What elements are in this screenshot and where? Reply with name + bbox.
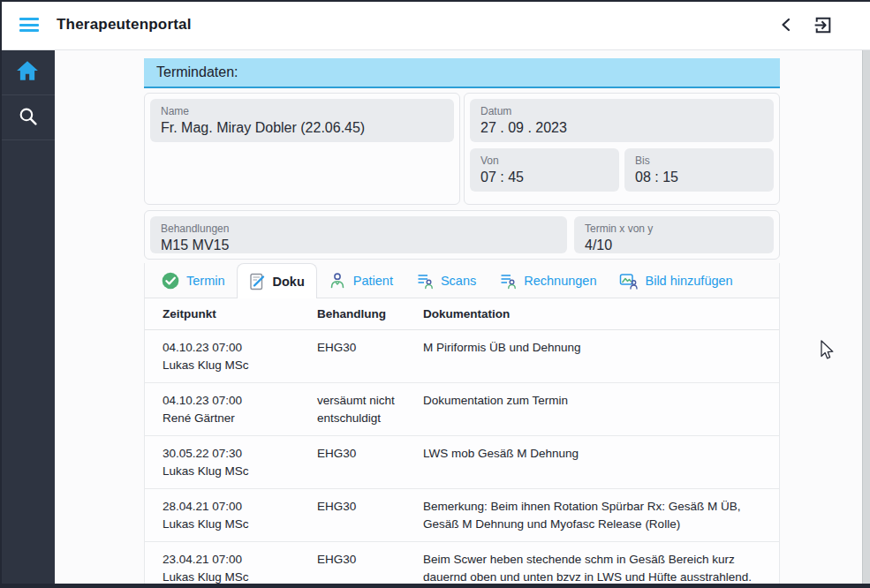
document-person-icon — [499, 272, 517, 290]
table-row[interactable]: 30.05.22 07:30Lukas Klug MSc EHG30 LWS m… — [145, 436, 779, 489]
sidebar — [0, 50, 55, 584]
termindaten-header: Termindaten: — [144, 58, 780, 88]
tab-bar: Termin Doku Patient Scans — [144, 263, 780, 298]
table-row[interactable]: 04.10.23 07:00Lukas Klug MSc EHG30 M Pir… — [145, 330, 779, 383]
row-person: René Gärtner — [163, 410, 317, 427]
column-header-dokumentation: Dokumentation — [423, 298, 779, 330]
check-circle-icon — [162, 272, 179, 290]
tab-label: Rechnungen — [524, 274, 596, 288]
document-edit-icon — [249, 273, 266, 290]
name-field[interactable]: Name Fr. Mag. Miray Dobler (22.06.45) — [150, 99, 454, 142]
tab-label: Scans — [441, 274, 476, 288]
row-zeitpunkt: 28.04.21 07:00 — [163, 498, 317, 516]
behandlung-box: Behandlungen M15 MV15 Termin x von y 4/1… — [144, 210, 780, 260]
behandlungen-value: M15 MV15 — [161, 237, 556, 254]
row-behandlung: versäumt nicht entschuldigt — [317, 383, 423, 436]
row-dokumentation: LWS mob Gesäß M Dehnung — [423, 436, 779, 489]
tab-bild-hinzufuegen[interactable]: Bild hinzufügen — [608, 263, 744, 298]
row-zeitpunkt: 23.04.21 07:00 — [163, 551, 317, 569]
row-zeitpunkt: 30.05.22 07:30 — [163, 445, 317, 463]
name-value: Fr. Mag. Miray Dobler (22.06.45) — [161, 119, 443, 137]
bis-value: 08 : 15 — [635, 169, 763, 186]
name-label: Name — [161, 105, 443, 117]
row-dokumentation: Bemerkung: Beim ihnen Rotation Spürbar R… — [423, 489, 779, 542]
termin-x-von-y-label: Termin x von y — [585, 222, 763, 235]
doku-table-panel: Zeitpunkt Behandlung Dokumentation 04.10… — [144, 298, 780, 584]
tab-patient[interactable]: Patient — [317, 263, 405, 298]
row-person: Lukas Klug MSc — [163, 516, 317, 533]
datum-value: 27 . 09 . 2023 — [480, 119, 763, 137]
doku-table: Zeitpunkt Behandlung Dokumentation 04.10… — [145, 298, 779, 584]
table-row[interactable]: 04.10.23 07:00René Gärtner versäumt nich… — [145, 383, 779, 436]
row-person: Lukas Klug MSc — [163, 569, 317, 584]
date-time-box: Datum 27 . 09 . 2023 Von 07 : 45 Bis 08 … — [464, 93, 780, 205]
window-frame-left — [0, 0, 2, 588]
logout-icon[interactable] — [813, 15, 833, 35]
tab-termin[interactable]: Termin — [150, 263, 237, 298]
image-person-icon — [619, 272, 638, 290]
termin-x-von-y-field[interactable]: Termin x von y 4/10 — [574, 216, 774, 253]
tab-label: Doku — [273, 275, 305, 289]
row-zeitpunkt: 04.10.23 07:00 — [163, 339, 317, 357]
column-header-zeitpunkt: Zeitpunkt — [145, 298, 317, 330]
bis-field[interactable]: Bis 08 : 15 — [624, 148, 774, 192]
row-behandlung: EHG30 — [317, 436, 423, 489]
bis-label: Bis — [635, 155, 763, 167]
window-frame-top — [0, 0, 870, 2]
table-row[interactable]: 28.04.21 07:00Lukas Klug MSc EHG30 Bemer… — [145, 489, 779, 542]
tab-label: Bild hinzufügen — [645, 274, 732, 288]
row-behandlung: EHG30 — [317, 489, 423, 542]
row-dokumentation: Dokumentation zum Termin — [423, 383, 779, 436]
row-zeitpunkt: 04.10.23 07:00 — [163, 392, 317, 410]
row-behandlung: EHG30 — [317, 542, 423, 584]
home-icon — [16, 60, 39, 85]
column-header-behandlung: Behandlung — [317, 298, 423, 330]
row-dokumentation: M Piriformis ÜB und Dehnung — [423, 330, 779, 383]
termin-x-von-y-value: 4/10 — [585, 237, 763, 254]
row-person: Lukas Klug MSc — [163, 463, 317, 480]
tab-rechnungen[interactable]: Rechnungen — [488, 263, 608, 298]
main-area: Termindaten: Name Fr. Mag. Miray Dobler … — [55, 50, 870, 584]
von-label: Von — [480, 155, 609, 167]
tab-doku[interactable]: Doku — [237, 263, 317, 298]
sidebar-item-home[interactable] — [0, 50, 55, 95]
datum-label: Datum — [480, 105, 763, 117]
behandlungen-label: Behandlungen — [161, 222, 556, 235]
name-box: Name Fr. Mag. Miray Dobler (22.06.45) — [144, 93, 460, 205]
hamburger-menu-icon[interactable] — [19, 18, 39, 32]
tab-label: Termin — [186, 274, 225, 288]
back-chevron-icon[interactable] — [780, 18, 791, 32]
table-header-row: Zeitpunkt Behandlung Dokumentation — [145, 298, 779, 330]
tab-label: Patient — [353, 274, 393, 288]
document-person-icon — [416, 272, 434, 290]
datum-field[interactable]: Datum 27 . 09 . 2023 — [470, 99, 774, 142]
row-dokumentation: Beim Scwer heben stechende schm in Gesäß… — [423, 542, 779, 584]
table-row[interactable]: 23.04.21 07:00Lukas Klug MSc EHG30 Beim … — [145, 542, 779, 584]
row-behandlung: EHG30 — [317, 330, 423, 383]
vertical-scrollbar[interactable] — [862, 50, 870, 584]
appointment-info-row: Name Fr. Mag. Miray Dobler (22.06.45) Da… — [144, 93, 780, 205]
von-field[interactable]: Von 07 : 45 — [470, 148, 619, 192]
behandlungen-field[interactable]: Behandlungen M15 MV15 — [150, 216, 567, 253]
window-frame-bottom — [0, 584, 870, 588]
app-title: Therapeutenportal — [57, 16, 192, 34]
search-icon — [18, 106, 38, 130]
von-value: 07 : 45 — [480, 169, 609, 186]
sidebar-item-search[interactable] — [0, 95, 55, 140]
row-person: Lukas Klug MSc — [163, 357, 317, 374]
person-icon — [329, 272, 346, 290]
top-bar: Therapeutenportal — [0, 0, 870, 50]
tab-scans[interactable]: Scans — [405, 263, 488, 298]
